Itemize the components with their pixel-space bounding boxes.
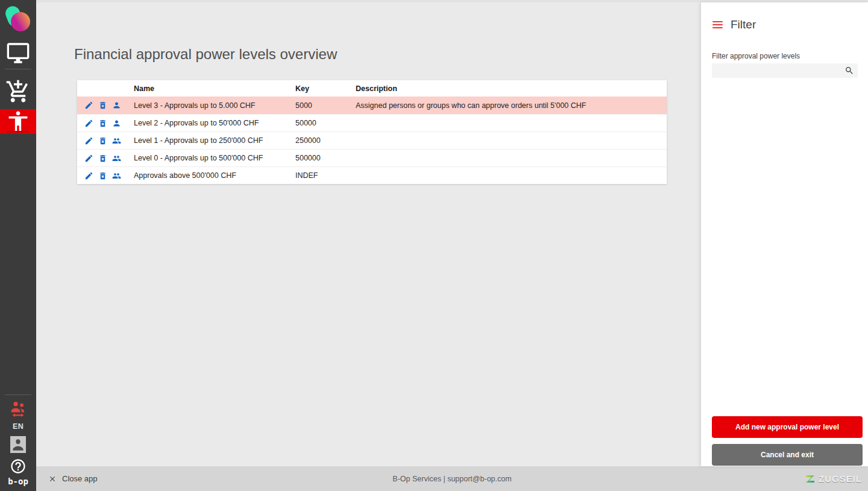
accessibility-icon: [0, 109, 36, 134]
filter-panel-header: Filter: [712, 18, 868, 31]
delete-icon[interactable]: [98, 171, 107, 180]
row-actions: [77, 119, 134, 128]
add-cart-icon[interactable]: [0, 79, 36, 104]
row-key: 5000: [295, 101, 356, 110]
menu-icon[interactable]: [712, 21, 723, 29]
filter-search-box[interactable]: [712, 63, 858, 78]
delete-icon[interactable]: [98, 101, 107, 110]
assignees-icon[interactable]: [112, 136, 121, 145]
table-row: Level 0 - Approvals up to 500'000 CHF500…: [77, 149, 667, 166]
filter-title: Filter: [731, 18, 756, 31]
assignees-icon[interactable]: [112, 119, 121, 128]
sidebar: EN b-op: [0, 0, 36, 491]
edit-icon[interactable]: [84, 101, 93, 110]
sidebar-divider: [5, 69, 31, 69]
column-header-name: Name: [134, 84, 295, 93]
language-selector[interactable]: EN: [13, 422, 24, 431]
help-icon[interactable]: [10, 458, 27, 475]
edit-icon[interactable]: [84, 154, 93, 163]
row-actions: [77, 171, 134, 180]
active-underline: [7, 131, 30, 133]
assignees-icon[interactable]: [112, 171, 121, 180]
close-app-label: Close app: [62, 474, 98, 483]
table-body: Level 3 - Approvals up to 5.000 CHF5000A…: [77, 97, 667, 184]
sidebar-bottom: EN b-op: [0, 391, 36, 486]
filter-search-input[interactable]: [717, 66, 844, 75]
delete-icon[interactable]: [98, 136, 107, 145]
row-key: 500000: [295, 154, 356, 162]
row-key: INDEF: [295, 171, 356, 180]
main-content: Financial approval power levels overview…: [36, 0, 700, 466]
table-row: Level 2 - Approvals up to 50'000 CHF5000…: [77, 114, 667, 131]
delete-icon[interactable]: [98, 154, 107, 163]
footer-support-text: B-Op Services | support@b-op.com: [36, 475, 868, 483]
table-row: Level 3 - Approvals up to 5.000 CHF5000A…: [77, 97, 667, 114]
approval-levels-table: Name Key Description Level 3 - Approvals…: [77, 80, 667, 184]
sidebar-divider: [5, 394, 31, 395]
table-header: Name Key Description: [77, 80, 667, 97]
close-app-button[interactable]: Close app: [48, 474, 98, 483]
filter-input-label: Filter approval power levels: [712, 52, 868, 60]
row-name: Level 1 - Approvals up to 250'000 CHF: [134, 136, 295, 145]
row-name: Level 3 - Approvals up to 5.000 CHF: [134, 101, 295, 110]
app-logo: [5, 5, 31, 34]
edit-icon[interactable]: [84, 119, 93, 128]
row-name: Level 0 - Approvals up to 500'000 CHF: [134, 154, 295, 162]
edit-icon[interactable]: [84, 171, 93, 180]
monitor-icon[interactable]: [0, 41, 36, 65]
row-actions: [77, 101, 134, 110]
swap-users-icon[interactable]: [0, 399, 36, 418]
footer-bar: Close app B-Op Services | support@b-op.c…: [36, 466, 868, 491]
row-key: 50000: [295, 119, 356, 127]
filter-panel: Filter Filter approval power levels Add …: [701, 2, 868, 466]
edit-icon[interactable]: [84, 136, 93, 145]
search-icon[interactable]: [844, 66, 854, 75]
user-avatar[interactable]: [10, 436, 26, 453]
page-title: Financial approval power levels overview: [74, 46, 337, 63]
assignees-icon[interactable]: [112, 101, 121, 110]
zugseil-logo: ZUGSEIL: [805, 474, 862, 484]
bop-logo: b-op: [8, 477, 28, 486]
zugseil-text: ZUGSEIL: [819, 474, 862, 484]
add-approval-level-button[interactable]: Add new approval power level: [712, 416, 863, 438]
table-row: Approvals above 500'000 CHFINDEF: [77, 166, 667, 184]
row-description: Assigned persons or groups who can appro…: [356, 101, 667, 110]
column-header-key: Key: [295, 84, 356, 93]
sidebar-item-approval-levels-active[interactable]: [0, 109, 36, 134]
table-row: Level 1 - Approvals up to 250'000 CHF250…: [77, 131, 667, 149]
row-key: 250000: [295, 136, 356, 145]
row-actions: [77, 136, 134, 145]
row-name: Approvals above 500'000 CHF: [134, 171, 295, 180]
column-header-description: Description: [356, 84, 667, 93]
zugseil-z-icon: [805, 474, 816, 484]
delete-icon[interactable]: [98, 119, 107, 128]
cancel-exit-button[interactable]: Cancel and exit: [712, 444, 863, 466]
assignees-icon[interactable]: [112, 154, 121, 163]
close-icon: [48, 475, 57, 483]
row-name: Level 2 - Approvals up to 50'000 CHF: [134, 119, 295, 127]
row-actions: [77, 154, 134, 163]
